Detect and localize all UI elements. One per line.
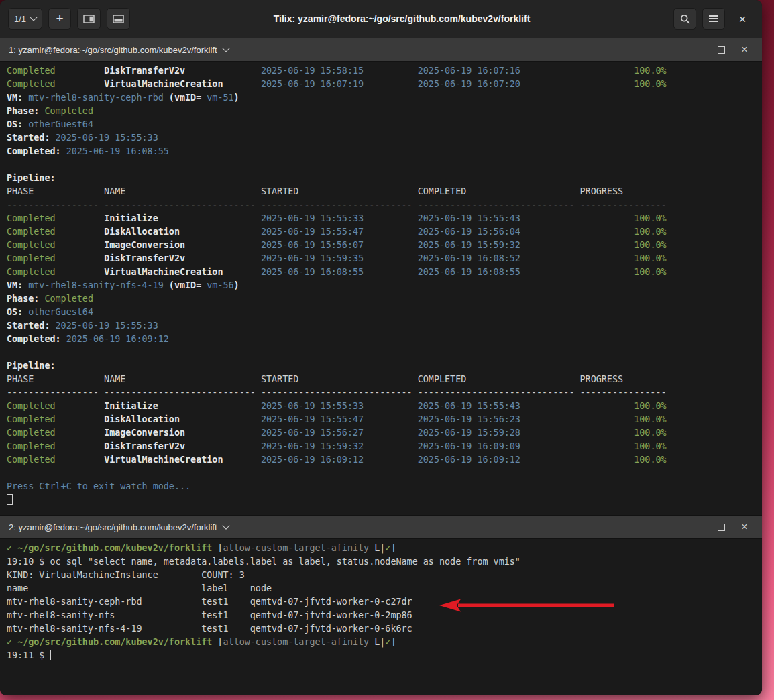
terminal-line <box>7 158 755 172</box>
terminal-line: Completed DiskTransferV2v 2025-06-19 15:… <box>7 64 755 78</box>
terminal-line: OS: otherGuest64 <box>7 306 755 319</box>
terminal-line: Completed DiskTransferV2v 2025-06-19 15:… <box>7 440 755 453</box>
terminal-line: Pipeline: <box>7 359 755 373</box>
pane2-close-button[interactable]: × <box>736 518 753 536</box>
terminal-line: Completed Initialize 2025-06-19 15:55:33… <box>7 212 755 225</box>
window-close-button[interactable]: × <box>731 8 754 30</box>
pane1-close-button[interactable]: × <box>736 41 753 58</box>
terminal-line: Phase: Completed <box>7 292 755 306</box>
terminal-line: mtv-rhel8-sanity-nfs-4-19 test1 qemtvd-0… <box>7 622 755 636</box>
terminal-line: mtv-rhel8-sanity-ceph-rbd test1 qemtvd-0… <box>7 595 755 609</box>
terminal-line: PHASE NAME STARTED COMPLETED PROGRESS <box>7 185 755 198</box>
terminal-1[interactable]: Completed DiskTransferV2v 2025-06-19 15:… <box>0 62 762 515</box>
terminal-line: mtv-rhel8-sanity-nfs test1 qemtvd-07-jfv… <box>7 609 755 622</box>
terminal-line: KIND: VirtualMachineInstance COUNT: 3 <box>7 569 755 582</box>
close-icon: × <box>738 13 746 25</box>
pane2-titlebar[interactable]: 2: yzamir@fedora:~/go/src/github.com/kub… <box>0 515 762 539</box>
terminal-line: Completed Initialize 2025-06-19 15:55:33… <box>7 400 755 413</box>
terminal-line: Completed: 2025-06-19 16:08:55 <box>7 145 755 158</box>
tilix-window: 1/1 + Tilix: yzamir@fedora:~/go/src/gith… <box>0 0 762 695</box>
chevron-down-icon <box>222 44 229 52</box>
terminal-line: Phase: Completed <box>7 105 755 118</box>
terminal-line: Completed VirtualMachineCreation 2025-06… <box>7 453 755 467</box>
terminal-line: ✓ ~/go/src/github.com/kubev2v/forklift [… <box>7 636 755 649</box>
terminal-line: Pipeline: <box>7 172 755 185</box>
header-bar: 1/1 + Tilix: yzamir@fedora:~/go/src/gith… <box>0 0 762 38</box>
window-title: Tilix: yzamir@fedora:~/go/src/github.com… <box>135 13 668 24</box>
close-icon: × <box>741 44 747 56</box>
split-right-button[interactable] <box>77 8 101 30</box>
terminal-line: Completed: 2025-06-19 16:09:12 <box>7 333 755 346</box>
terminal-line: Completed DiskAllocation 2025-06-19 15:5… <box>7 413 755 426</box>
chevron-down-icon <box>30 13 37 21</box>
search-icon <box>680 14 690 24</box>
terminal-line: Completed DiskTransferV2v 2025-06-19 15:… <box>7 252 755 266</box>
session-selector[interactable]: 1/1 <box>8 8 42 30</box>
terminal-cursor <box>7 494 13 505</box>
terminal-line: Completed VirtualMachineCreation 2025-06… <box>7 78 755 91</box>
terminal-line: ----------------- ----------------------… <box>7 386 755 400</box>
maximize-icon <box>718 524 725 531</box>
pane2-title: 2: yzamir@fedora:~/go/src/github.com/kub… <box>9 522 217 532</box>
terminal-line: ✓ ~/go/src/github.com/kubev2v/forklift [… <box>7 542 755 555</box>
plus-icon: + <box>56 12 64 25</box>
terminal-line: Press Ctrl+C to exit watch mode... <box>7 480 755 493</box>
pane1-title: 1: yzamir@fedora:~/go/src/github.com/kub… <box>9 45 217 55</box>
terminal-line: Started: 2025-06-19 15:55:33 <box>7 319 755 333</box>
terminal-line: 19:10 $ oc sql "select name, metadata.la… <box>7 555 755 569</box>
split-down-button[interactable] <box>107 8 130 30</box>
close-icon: × <box>741 521 747 533</box>
search-button[interactable] <box>673 8 696 30</box>
terminal-line <box>7 467 755 480</box>
terminal-line <box>7 493 755 507</box>
terminal-2[interactable]: ✓ ~/go/src/github.com/kubev2v/forklift [… <box>0 539 762 695</box>
pane1-titlebar[interactable]: 1: yzamir@fedora:~/go/src/github.com/kub… <box>0 38 762 62</box>
menu-button[interactable] <box>702 8 725 30</box>
terminal-line: ----------------- ----------------------… <box>7 198 755 212</box>
hamburger-icon <box>708 15 719 23</box>
session-indicator: 1/1 <box>14 14 26 24</box>
terminal-cursor <box>50 650 56 660</box>
terminal-line: Completed ImageConversion 2025-06-19 15:… <box>7 426 755 440</box>
terminal-line: PHASE NAME STARTED COMPLETED PROGRESS <box>7 373 755 386</box>
header-left-controls: 1/1 + <box>8 8 130 30</box>
terminal-line: Completed ImageConversion 2025-06-19 15:… <box>7 239 755 252</box>
pane1-maximize-button[interactable] <box>712 41 730 58</box>
new-session-button[interactable]: + <box>48 8 71 30</box>
pane2-maximize-button[interactable] <box>712 518 730 536</box>
split-right-icon <box>83 15 95 23</box>
terminal-line: OS: otherGuest64 <box>7 118 755 131</box>
terminal-line <box>7 346 755 359</box>
terminal-line: VM: mtv-rhel8-sanity-ceph-rbd (vmID= vm-… <box>7 91 755 105</box>
header-right-controls: × <box>673 8 754 30</box>
maximize-icon <box>718 46 725 54</box>
split-down-icon <box>113 15 124 23</box>
terminal-line: 19:11 $ <box>7 649 755 662</box>
terminal-line: Completed DiskAllocation 2025-06-19 15:5… <box>7 225 755 239</box>
terminal-line: Started: 2025-06-19 15:55:33 <box>7 131 755 145</box>
terminal-line: name label node <box>7 582 755 595</box>
chevron-down-icon <box>222 522 229 529</box>
terminal-line: VM: mtv-rhel8-sanity-nfs-4-19 (vmID= vm-… <box>7 279 755 292</box>
terminal-line: Completed VirtualMachineCreation 2025-06… <box>7 266 755 279</box>
